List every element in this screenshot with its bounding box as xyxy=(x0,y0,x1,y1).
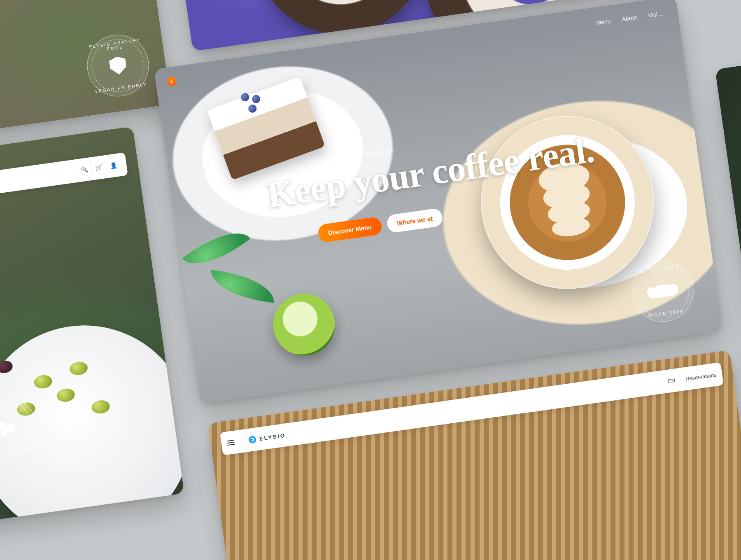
mint-leaf-decor xyxy=(208,270,277,303)
hero-kicker: Elysio Cafe xyxy=(365,147,394,157)
nav-about[interactable]: About xyxy=(622,14,637,23)
search-icon xyxy=(80,166,88,173)
stamp-cafe: ELYSIO CAFE SINCE 2010 xyxy=(628,256,697,326)
cart-button[interactable] xyxy=(90,159,107,176)
lime-decor xyxy=(269,290,339,359)
where-we-at-button[interactable]: Where we at xyxy=(386,208,443,233)
user-icon xyxy=(110,162,117,169)
brand-logo-icon[interactable]: e xyxy=(167,76,177,86)
stamp-healthy: ELYSIO HEALTHY FOOD VEGAN FRIENDLY xyxy=(83,31,153,100)
cake-decor xyxy=(207,77,325,180)
cart-icon xyxy=(95,164,103,171)
nav-visit[interactable]: Visi… xyxy=(648,10,664,19)
hamburger-menu-icon[interactable] xyxy=(227,440,235,446)
reservations-link[interactable]: Reservations xyxy=(685,371,717,382)
hero-card-market: ELYSIO uality. ly to you for up re price… xyxy=(0,126,184,554)
account-button[interactable] xyxy=(105,157,122,174)
discover-menu-button[interactable]: Discover Menu xyxy=(317,216,382,243)
collage-stage: ell by doing good Discover Menu Where we… xyxy=(0,0,741,560)
cafe-nav: Menu About Visi… xyxy=(596,10,664,26)
search-button[interactable] xyxy=(76,161,93,178)
mint-leaf-decor xyxy=(182,218,250,279)
hero-card-right-edge xyxy=(715,35,741,396)
brand-logo-icon xyxy=(248,436,256,444)
nav-menu[interactable]: Menu xyxy=(596,18,611,26)
hero-card-cafe: e Menu About Visi… Elysio Cafe Keep your… xyxy=(154,0,723,404)
bottle-fruit-icon xyxy=(0,420,16,438)
cta-row-cafe: Discover Menu Where we at xyxy=(317,208,443,243)
brand-wordmark: ELYSIO xyxy=(259,432,286,442)
language-switcher[interactable]: EN xyxy=(667,377,676,384)
market-topbar xyxy=(0,152,128,233)
